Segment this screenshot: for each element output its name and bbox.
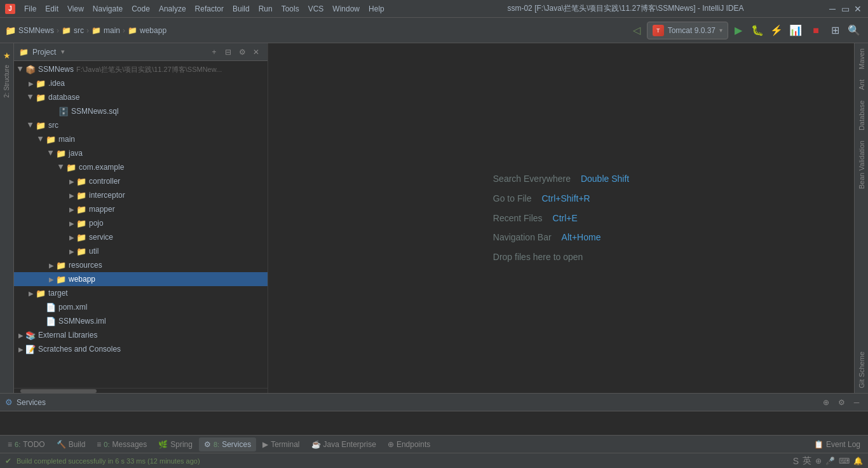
tree-item-resources[interactable]: ▶ 📁 resources (14, 258, 268, 272)
project-dropdown-icon[interactable]: ▾ (61, 48, 65, 56)
search-everywhere-label: Search Everywhere (493, 169, 571, 189)
breadcrumb-src[interactable]: 📁 src (62, 26, 84, 35)
coverage-button[interactable]: ⚡ (768, 22, 785, 39)
restore-button[interactable]: ▭ (840, 4, 850, 14)
tab-messages[interactable]: ≡ 0: Messages (92, 437, 152, 451)
close-button[interactable]: ✕ (853, 4, 863, 14)
breadcrumb-webapp[interactable]: 📁 webapp (128, 26, 166, 35)
tab-terminal[interactable]: ▶ Terminal (257, 437, 304, 451)
layout-button[interactable]: ⊞ (826, 22, 844, 39)
tree-item-util[interactable]: ▶ 📁 util (14, 244, 268, 258)
menu-help[interactable]: Help (365, 3, 388, 15)
tab-endpoints[interactable]: ⊕ Endpoints (383, 437, 435, 451)
menu-window[interactable]: Window (329, 3, 363, 15)
tree-item-pojo[interactable]: ▶ 📁 pojo (14, 216, 268, 230)
file-tree: ▶ 📦 SSMNews F:\Java\拦笔头\项目实践\11.27博客\SSM… (14, 61, 268, 388)
tab-spring[interactable]: 🌿 Spring (153, 437, 198, 451)
interceptor-label: interceptor (89, 191, 125, 200)
arrow-ssmnews: ▶ (17, 65, 25, 74)
service-icon: 📁 (76, 233, 86, 242)
project-settings-button[interactable]: ⚙ (236, 46, 248, 59)
tomcat-icon: T (653, 25, 664, 36)
database-icon: 📁 (36, 93, 46, 102)
scratches-label: Scratches and Consoles (38, 345, 121, 354)
tree-item-target[interactable]: ▶ 📁 target (14, 286, 268, 300)
menu-vcs[interactable]: VCS (304, 3, 328, 15)
arrow-scratches: ▶ (17, 345, 25, 354)
taskbar-icon-6: 🔔 (853, 457, 863, 465)
breadcrumb-main[interactable]: 📁 main (92, 26, 120, 35)
tree-item-ssmnews[interactable]: ▶ 📦 SSMNews F:\Java\拦笔头\项目实践\11.27博客\SSM… (14, 62, 268, 76)
tomcat-selector[interactable]: T Tomcat 9.0.37 ▾ (647, 22, 728, 39)
stop-button[interactable]: ■ (807, 22, 825, 39)
database-tab[interactable]: Database (856, 95, 867, 135)
favorites-icon[interactable]: ★ (0, 48, 14, 62)
debug-button[interactable]: 🐛 (749, 22, 766, 39)
tree-item-controller[interactable]: ▶ 📁 controller (14, 174, 268, 188)
run-button[interactable]: ▶ (729, 22, 747, 39)
hide-panel-button[interactable]: ✕ (250, 46, 262, 59)
menu-view[interactable]: View (64, 3, 88, 15)
menu-tools[interactable]: Tools (278, 3, 303, 15)
project-scrollbar[interactable] (14, 388, 268, 393)
ssmnews-icon: 📦 (25, 65, 36, 74)
tree-item-database[interactable]: ▶ 📁 database (14, 90, 268, 104)
pom-icon: 📄 (46, 303, 56, 312)
arrow-util: ▶ (67, 247, 76, 256)
services-minimize-button[interactable]: ─ (850, 396, 863, 409)
bean-validation-tab[interactable]: Bean Validation (856, 135, 867, 194)
tab-java-enterprise[interactable]: ☕ Java Enterprise (306, 437, 381, 451)
back-button[interactable]: ◁ (628, 22, 646, 39)
tree-item-mapper[interactable]: ▶ 📁 mapper (14, 202, 268, 216)
menu-file[interactable]: File (20, 3, 40, 15)
tab-build[interactable]: 🔨 Build (51, 437, 91, 451)
arrow-src: ▶ (27, 121, 36, 130)
tab-todo[interactable]: ≡ 6: TODO (3, 437, 50, 451)
menu-refactor[interactable]: Refactor (191, 3, 227, 15)
menu-bar: File Edit View Navigate Code Analyze Ref… (20, 3, 424, 15)
minimize-button[interactable]: ─ (827, 4, 837, 14)
add-item-button[interactable]: + (208, 46, 220, 59)
structure-tab[interactable]: 2: Structure (2, 62, 11, 100)
ssmnews-label: SSMNews (38, 65, 74, 74)
services-settings-button[interactable]: ⚙ (835, 396, 848, 409)
tree-item-scratches[interactable]: ▶ 📝 Scratches and Consoles (14, 342, 268, 356)
project-panel-header: 📁 Project ▾ + ⊟ ⚙ ✕ (14, 43, 268, 61)
menu-build[interactable]: Build (229, 3, 254, 15)
profile-button[interactable]: 📊 (787, 22, 804, 39)
tree-item-java[interactable]: ▶ 📁 java (14, 146, 268, 160)
menu-edit[interactable]: Edit (41, 3, 62, 15)
tree-item-extlibs[interactable]: ▶ 📚 External Libraries (14, 328, 268, 342)
ant-tab[interactable]: Ant (856, 74, 867, 95)
services-expand-button[interactable]: ⊕ (820, 396, 832, 409)
tree-item-comexample[interactable]: ▶ 📁 com.example (14, 160, 268, 174)
tab-event-log[interactable]: 📋 Event Log (809, 437, 865, 451)
menu-analyze[interactable]: Analyze (155, 3, 190, 15)
menu-run[interactable]: Run (255, 3, 276, 15)
tree-item-src[interactable]: ▶ 📁 src (14, 118, 268, 132)
tree-item-ssmnews-sql[interactable]: ▶ 🗄️ SSMNews.sql (14, 104, 268, 118)
tree-item-service[interactable]: ▶ 📁 service (14, 230, 268, 244)
tree-item-main[interactable]: ▶ 📁 main (14, 132, 268, 146)
maven-tab[interactable]: Maven (856, 43, 867, 74)
tree-item-webapp[interactable]: ▶ 📁 webapp (14, 272, 268, 286)
tree-item-iml[interactable]: ▶ 📄 SSMNews.iml (14, 314, 268, 328)
pojo-label: pojo (89, 219, 104, 228)
taskbar-icon-4: 🎤 (825, 457, 835, 465)
tree-item-pomxml[interactable]: ▶ 📄 pom.xml (14, 300, 268, 314)
menu-navigate[interactable]: Navigate (89, 3, 126, 15)
tree-item-interceptor[interactable]: ▶ 📁 interceptor (14, 188, 268, 202)
pomxml-label: pom.xml (58, 303, 87, 312)
git-scheme-tab[interactable]: Git Scheme (856, 347, 867, 393)
breadcrumb-project[interactable]: 📁 SSMNews (5, 25, 54, 36)
search-everywhere-button[interactable]: 🔍 (845, 22, 863, 39)
editor-panel: Search Everywhere Double Shift Go to Fil… (268, 43, 854, 393)
collapse-all-button[interactable]: ⊟ (222, 46, 234, 59)
menu-code[interactable]: Code (128, 3, 154, 15)
arrow-comexample: ▶ (57, 163, 66, 172)
arrow-extlibs: ▶ (17, 331, 25, 340)
tree-item-idea[interactable]: ▶ 📁 .idea (14, 76, 268, 90)
breadcrumb-sep-1: › (57, 26, 59, 35)
services-content (0, 411, 868, 435)
tab-services[interactable]: ⚙ 8: Services (199, 437, 256, 451)
